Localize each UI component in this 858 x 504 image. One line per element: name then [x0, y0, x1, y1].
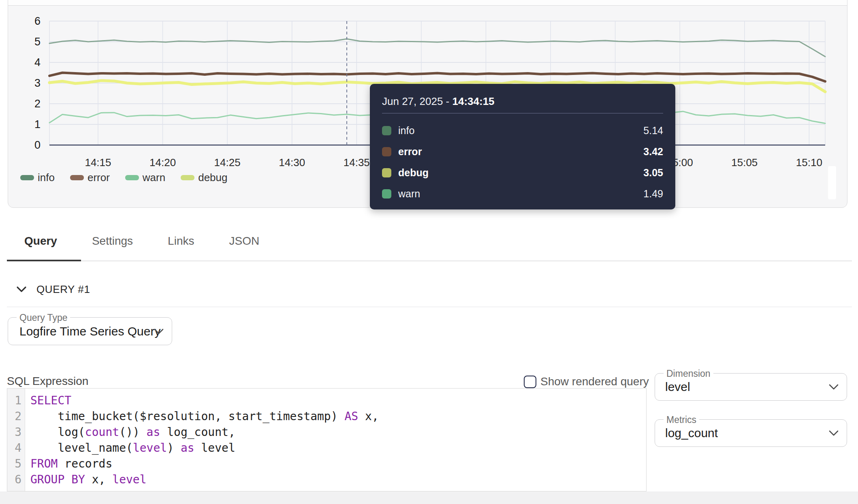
sql-expression-label: SQL Expression	[7, 375, 88, 388]
code-line: GROUP BY x, level	[30, 472, 379, 487]
show-rendered-query-label: Show rendered query	[540, 375, 649, 388]
legend-label: info	[38, 171, 55, 184]
metrics-select[interactable]: Metrics log_count	[655, 419, 847, 447]
dimension-select[interactable]: Dimension level	[655, 373, 847, 401]
chart-tooltip: Jun 27, 2025 - 14:34:15 info5.14error3.4…	[370, 84, 675, 209]
tooltip-series-value: 5.14	[643, 125, 663, 137]
x-axis-tick: 14:15	[85, 156, 111, 169]
tooltip-swatch-debug	[382, 168, 391, 177]
tooltip-date: Jun 27, 2025 -	[382, 95, 449, 107]
legend-label: error	[88, 171, 110, 184]
query-type-value: Logfire Time Series Query	[19, 318, 160, 345]
x-axis-tick: 14:30	[279, 156, 305, 169]
scrollbar-thumb[interactable]	[828, 166, 836, 199]
tooltip-swatch-warn	[382, 189, 391, 199]
query-section-title: QUERY #1	[36, 283, 90, 296]
active-tab-indicator	[7, 260, 81, 261]
tooltip-row-debug: debug3.05	[382, 162, 663, 183]
x-axis-tick: 14:20	[149, 156, 176, 169]
legend-swatch-warn	[125, 175, 139, 180]
y-axis-tick: 4	[34, 56, 41, 68]
tooltip-series-value: 3.42	[643, 146, 663, 158]
y-axis-tick: 5	[34, 36, 41, 48]
legend-swatch-debug	[181, 175, 194, 180]
legend-swatch-info	[20, 175, 34, 180]
tooltip-time: 14:34:15	[452, 95, 494, 107]
y-axis-tick: 1	[34, 118, 41, 130]
tooltip-divider	[382, 113, 663, 113]
legend-swatch-error	[70, 175, 84, 180]
legend-item-warn[interactable]: warn	[125, 171, 165, 184]
x-axis-tick: 14:35	[344, 156, 370, 169]
tooltip-swatch-info	[382, 126, 391, 135]
chart-legend: infoerrorwarndebug	[20, 171, 228, 184]
sql-code[interactable]: SELECT time_bucket($resolution, start_ti…	[25, 389, 379, 491]
tooltip-series-value: 1.49	[643, 188, 663, 200]
tooltip-series-label: info	[398, 125, 643, 137]
tooltip-rows: info5.14error3.42debug3.05warn1.49	[382, 120, 663, 204]
query-type-select[interactable]: Query Type Logfire Time Series Query	[8, 317, 172, 345]
line-number: 3	[7, 424, 21, 440]
x-axis-tick: 15:05	[731, 156, 758, 169]
legend-label: debug	[198, 171, 227, 184]
dimension-value: level	[665, 374, 690, 400]
code-line: time_bucket($resolution, start_timestamp…	[30, 408, 379, 424]
bottom-strip	[0, 491, 858, 504]
tooltip-row-error: error3.42	[382, 141, 663, 162]
code-line: SELECT	[30, 393, 379, 408]
line-number: 4	[7, 440, 21, 456]
tab-settings[interactable]: Settings	[75, 235, 150, 252]
legend-item-debug[interactable]: debug	[181, 171, 227, 184]
tab-links[interactable]: Links	[150, 235, 211, 252]
line-number: 1	[7, 393, 21, 408]
tooltip-series-label: debug	[398, 167, 643, 179]
chevron-down-icon	[829, 384, 839, 390]
tab-json[interactable]: JSON	[211, 235, 277, 252]
tooltip-series-label: warn	[398, 188, 643, 200]
show-rendered-query-checkbox[interactable]	[524, 376, 536, 388]
y-axis-tick: 2	[34, 98, 41, 110]
chevron-down-icon	[829, 430, 839, 436]
tooltip-series-label: error	[398, 146, 643, 158]
code-line: FROM records	[30, 456, 379, 472]
query-section-header[interactable]: QUERY #1	[16, 281, 90, 297]
section-divider	[7, 307, 852, 307]
tooltip-row-warn: warn1.49	[382, 183, 663, 204]
line-number-gutter: 123456	[7, 389, 25, 491]
x-axis-tick: 14:25	[214, 156, 241, 169]
legend-item-error[interactable]: error	[70, 171, 110, 184]
tooltip-swatch-error	[382, 147, 391, 156]
legend-item-info[interactable]: info	[20, 171, 55, 184]
line-number: 5	[7, 456, 21, 472]
chevron-down-icon	[154, 329, 164, 334]
tooltip-row-info: info5.14	[382, 120, 663, 141]
series-line-error	[49, 73, 825, 81]
tooltip-series-value: 3.05	[643, 167, 663, 179]
y-axis-tick: 6	[34, 15, 41, 27]
x-axis-tick: 15:10	[796, 156, 822, 169]
tab-query[interactable]: Query	[7, 235, 75, 252]
y-axis-tick: 3	[34, 77, 41, 89]
metrics-value: log_count	[665, 420, 718, 446]
line-number: 2	[7, 408, 21, 424]
legend-label: warn	[143, 171, 165, 184]
line-number: 6	[7, 472, 21, 487]
tooltip-title: Jun 27, 2025 - 14:34:15	[382, 95, 663, 107]
code-line: log(count()) as log_count,	[30, 424, 379, 440]
tab-bar: Query Settings Links JSON	[7, 226, 852, 261]
sql-editor[interactable]: 123456 SELECT time_bucket($resolution, s…	[7, 388, 647, 491]
code-line: level_name(level) as level	[30, 440, 379, 456]
chevron-down-icon	[16, 286, 27, 293]
show-rendered-query-toggle[interactable]: Show rendered query	[524, 375, 649, 388]
y-axis-tick: 0	[34, 139, 41, 151]
